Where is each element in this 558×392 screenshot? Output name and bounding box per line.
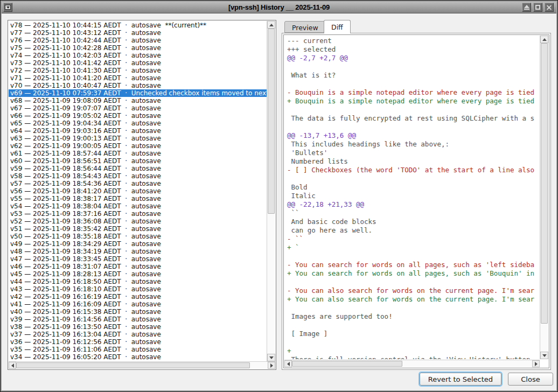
list-item[interactable]: v44 — 2025-11-09 16:18:50 AEDT · autosav…: [10, 278, 267, 285]
window-title: [vpn-ssh] History __ 2025-11-09: [2, 3, 556, 11]
list-item[interactable]: v57 — 2025-11-09 18:54:36 AEDT · autosav…: [10, 180, 267, 187]
diff-line: ``: [287, 209, 540, 218]
diff-line: +++ selected: [287, 45, 540, 54]
scroll-up-button[interactable]: [267, 21, 275, 29]
diff-text-widget[interactable]: --- current+++ selected@@ -2,7 +2,7 @@ W…: [283, 34, 549, 368]
list-item[interactable]: v51 — 2025-11-09 18:35:42 AEDT · autosav…: [10, 225, 267, 233]
scroll-right-button[interactable]: [532, 360, 540, 367]
scrollbar-track[interactable]: [292, 360, 532, 367]
titlebar[interactable]: [vpn-ssh] History __ 2025-11-09: [2, 2, 556, 13]
list-item[interactable]: v74 — 2025-11-10 10:42:03 AEDT · autosav…: [10, 52, 267, 59]
window: [vpn-ssh] History __ 2025-11-09 v78 — 20…: [0, 0, 558, 392]
scrollbar-track[interactable]: [16, 362, 268, 369]
diff-vscrollbar[interactable]: [540, 36, 548, 359]
diff-line: --- current: [287, 37, 540, 45]
list-item[interactable]: v68 — 2025-11-09 19:08:09 AEDT · autosav…: [10, 97, 267, 104]
list-item[interactable]: v34 — 2025-11-09 16:05:20 AEDT · autosav…: [10, 353, 267, 361]
list-item[interactable]: v52 — 2025-11-09 18:36:08 AEDT · autosav…: [10, 218, 267, 225]
list-item[interactable]: v43 — 2025-11-09 16:18:10 AEDT · autosav…: [10, 285, 267, 293]
window-menu-button[interactable]: [3, 3, 12, 12]
close-icon: [546, 4, 552, 10]
maximize-button[interactable]: [533, 3, 542, 12]
list-item[interactable]: v35 — 2025-11-09 16:11:06 AEDT · autosav…: [10, 346, 267, 353]
list-item[interactable]: v61 — 2025-11-09 18:57:44 AEDT · autosav…: [10, 150, 267, 157]
scroll-down-button[interactable]: [540, 352, 548, 359]
list-item[interactable]: v71 — 2025-11-10 10:41:20 AEDT · autosav…: [10, 74, 267, 82]
scrollbar-thumb[interactable]: [268, 29, 275, 214]
arrow-up-icon: [542, 38, 547, 41]
diff-line: + You can search for words on all pages,…: [287, 269, 540, 278]
diff-line: This includes headings like the above,:: [287, 140, 540, 149]
scrollbar-track[interactable]: [540, 43, 548, 352]
list-item[interactable]: v45 — 2025-11-09 18:28:13 AEDT · autosav…: [10, 270, 267, 278]
list-item[interactable]: v49 — 2025-11-09 18:34:29 AEDT · autosav…: [10, 240, 267, 248]
arrow-right-icon: [270, 363, 273, 368]
scroll-up-button[interactable]: [540, 36, 548, 43]
list-item[interactable]: v56 — 2025-11-09 18:41:20 AEDT · autosav…: [10, 187, 267, 195]
scroll-left-button[interactable]: [9, 362, 16, 369]
shade-icon: [524, 5, 529, 10]
list-item[interactable]: v67 — 2025-11-09 19:07:07 AEDT · autosav…: [10, 104, 267, 112]
scroll-down-button[interactable]: [267, 354, 275, 361]
list-item[interactable]: v40 — 2025-11-09 16:15:38 AEDT · autosav…: [10, 308, 267, 316]
list-item[interactable]: v75 — 2025-11-10 10:42:28 AEDT · autosav…: [10, 44, 267, 52]
list-item[interactable]: v76 — 2025-11-10 10:42:44 AEDT · autosav…: [10, 37, 267, 44]
list-item[interactable]: v72 — 2025-11-10 10:41:30 AEDT · autosav…: [10, 67, 267, 74]
diff-line: [287, 174, 540, 183]
list-item[interactable]: v78 — 2025-11-10 10:44:15 AEDT · autosav…: [10, 22, 267, 29]
history-hscrollbar[interactable]: [9, 361, 275, 369]
list-item[interactable]: v65 — 2025-11-09 19:04:34 AEDT · autosav…: [10, 120, 267, 127]
list-item[interactable]: v55 — 2025-11-09 18:38:17 AEDT · autosav…: [10, 195, 267, 202]
scroll-right-button[interactable]: [268, 362, 275, 369]
titlebar-close-button[interactable]: [545, 3, 554, 12]
list-item[interactable]: v47 — 2025-11-09 18:33:45 AEDT · autosav…: [10, 255, 267, 263]
history-vscrollbar[interactable]: [267, 21, 275, 361]
arrow-right-icon: [535, 362, 538, 366]
diff-line: 'Bullets': [287, 149, 540, 157]
diff-line: Numbered lists: [287, 157, 540, 166]
list-item[interactable]: v53 — 2025-11-09 18:37:16 AEDT · autosav…: [10, 210, 267, 218]
arrow-left-icon: [287, 362, 290, 366]
list-item[interactable]: v77 — 2025-11-10 10:43:12 AEDT · autosav…: [10, 29, 267, 37]
list-item[interactable]: v37 — 2025-11-09 16:13:04 AEDT · autosav…: [10, 331, 267, 338]
list-item[interactable]: v73 — 2025-11-10 10:41:42 AEDT · autosav…: [10, 59, 267, 67]
tab-diff[interactable]: Diff: [324, 20, 351, 33]
diff-line: Italic: [287, 192, 540, 200]
list-item[interactable]: v64 — 2025-11-09 19:03:16 AEDT · autosav…: [10, 127, 267, 135]
list-item[interactable]: v70 — 2025-11-10 10:40:47 AEDT · autosav…: [10, 82, 267, 89]
list-item[interactable]: v59 — 2025-11-09 18:56:44 AEDT · autosav…: [10, 165, 267, 172]
list-item[interactable]: v42 — 2025-11-09 16:16:19 AEDT · autosav…: [10, 293, 267, 300]
diff-line: @@ -22,18 +21,33 @@: [287, 200, 540, 209]
history-list[interactable]: v78 — 2025-11-10 10:44:15 AEDT · autosav…: [9, 21, 267, 361]
shade-button[interactable]: [522, 3, 531, 12]
list-item[interactable]: v48 — 2025-11-09 18:34:19 AEDT · autosav…: [10, 248, 267, 255]
scrollbar-thumb[interactable]: [541, 43, 548, 324]
diff-line: The data is fully encrypted at rest usin…: [287, 114, 540, 123]
scrollbar-thumb[interactable]: [16, 362, 250, 368]
diff-line: Bold: [287, 183, 540, 192]
list-item[interactable]: v62 — 2025-11-09 19:00:05 AEDT · autosav…: [10, 142, 267, 150]
scrollbar-thumb[interactable]: [292, 361, 402, 367]
list-item[interactable]: v36 — 2025-11-09 16:12:56 AEDT · autosav…: [10, 338, 267, 346]
list-item[interactable]: v63 — 2025-11-09 19:00:13 AEDT · autosav…: [10, 135, 267, 142]
close-button[interactable]: Close: [508, 373, 553, 386]
list-item[interactable]: v38 — 2025-11-09 16:13:50 AEDT · autosav…: [10, 323, 267, 331]
diff-line: @@ -2,7 +2,7 @@: [287, 54, 540, 62]
diff-hscrollbar[interactable]: [284, 360, 540, 367]
list-item[interactable]: v69 — 2025-11-10 07:59:37 AEDT · Uncheck…: [9, 89, 267, 97]
list-item[interactable]: v50 — 2025-11-09 18:35:18 AEDT · autosav…: [10, 233, 267, 240]
list-item[interactable]: v46 — 2025-11-09 18:31:07 AEDT · autosav…: [10, 263, 267, 270]
tab-preview[interactable]: Preview: [284, 21, 326, 33]
diff-line: [287, 278, 540, 286]
list-item[interactable]: v60 — 2025-11-09 18:56:51 AEDT · autosav…: [10, 157, 267, 165]
scrollbar-track[interactable]: [267, 29, 275, 354]
list-item[interactable]: v66 — 2025-11-09 19:05:02 AEDT · autosav…: [10, 112, 267, 120]
scroll-left-button[interactable]: [284, 360, 292, 367]
list-item[interactable]: v58 — 2025-11-09 18:54:43 AEDT · autosav…: [10, 172, 267, 180]
list-item[interactable]: v39 — 2025-11-09 16:14:56 AEDT · autosav…: [10, 316, 267, 323]
diff-line: And basic code blocks: [287, 218, 540, 226]
list-item[interactable]: v54 — 2025-11-09 18:38:04 AEDT · autosav…: [10, 202, 267, 210]
list-item[interactable]: v41 — 2025-11-09 16:16:09 AEDT · autosav…: [10, 300, 267, 308]
diff-line: - [ ] Checkboxes (the word 'TODO' at the…: [287, 166, 540, 174]
revert-button[interactable]: Revert to Selected: [420, 373, 501, 386]
